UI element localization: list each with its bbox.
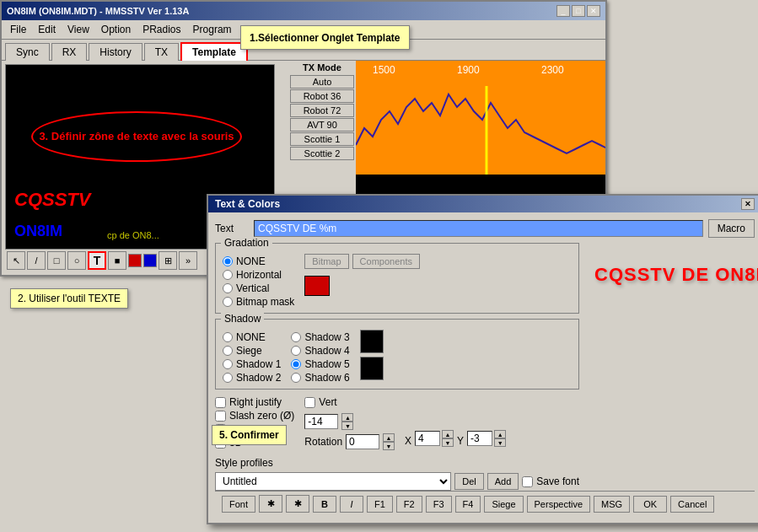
radio-vertical[interactable] [223,283,233,293]
asterisk2-button[interactable]: ✱ [286,495,309,513]
asterisk1-button[interactable]: ✱ [259,495,282,513]
maximize-button[interactable]: □ [572,5,585,17]
menu-option[interactable]: Option [96,22,136,37]
f4-button[interactable]: F4 [455,496,481,513]
x-input[interactable] [415,431,440,446]
f3-button[interactable]: F3 [426,496,452,513]
slash-zero-check[interactable] [215,411,226,422]
shadow-6-label: Shadow 6 [304,372,349,384]
right-justify-label: Right justify [229,396,282,408]
dialog-close-btn[interactable]: ✕ [741,198,755,210]
tx-mode-robot72[interactable]: Robot 72 [290,104,354,117]
text-label: Text [215,223,249,234]
title-bar: ON8IM (ON8IM.MDT) - MMSSTV Ver 1.13A _ □… [2,2,605,20]
value-field[interactable] [304,414,338,429]
bitmap-button[interactable]: Bitmap [304,254,348,269]
shadow-2[interactable] [223,373,233,383]
rotation-up[interactable]: ▲ [383,433,395,442]
close-button[interactable]: ✕ [587,5,600,17]
step1-tooltip: 1.Sélectionner Onglet Template [240,25,410,50]
shadow-4-row: Shadow 4 [291,345,349,357]
components-button[interactable]: Components [352,254,420,269]
x-down[interactable]: ▼ [442,438,454,447]
shadow-swatches [360,330,384,385]
shadow-swatch-1[interactable] [360,330,384,353]
shadow-right-col: Shadow 3 Shadow 4 Shadow 5 [291,330,349,385]
toolbar-fill-btn[interactable]: ■ [108,251,126,270]
toolbar-color1-btn[interactable] [128,254,142,267]
shadow-none[interactable] [223,332,233,342]
shadow-swatch-2[interactable] [360,357,384,380]
toolbar-text-btn[interactable]: T [88,251,106,270]
value-field-row: ▲ ▼ [304,413,395,430]
radio-bitmap[interactable] [223,297,233,307]
tab-history[interactable]: History [89,43,142,61]
y-down[interactable]: ▼ [494,438,506,447]
tx-mode-auto[interactable]: Auto [290,75,354,89]
x-up[interactable]: ▲ [442,430,454,438]
tab-rx[interactable]: RX [51,43,88,61]
f1-button[interactable]: F1 [367,496,393,513]
del-button[interactable]: Del [454,473,484,490]
shadow-1[interactable] [223,359,233,369]
radio-horizontal[interactable] [223,270,233,280]
add-button[interactable]: Add [487,473,519,490]
shadow-4[interactable] [291,346,301,356]
x-label: X [405,435,411,447]
shadow-5[interactable] [291,359,301,369]
radio-none-label: NONE [236,255,266,267]
value-up[interactable]: ▲ [341,413,353,422]
vert-check[interactable] [304,397,315,408]
menu-pradios[interactable]: PRadios [137,22,185,37]
slash-zero-row: Slash zero (Ø) [215,410,294,422]
toolbar-ellipse-btn[interactable]: ○ [67,251,86,270]
minimize-button[interactable]: _ [556,5,570,17]
y-input[interactable] [467,431,492,446]
style-dropdown[interactable]: Untitled [215,472,451,491]
tx-mode-avt90[interactable]: AVT 90 [290,118,354,132]
toolbar-rect-btn[interactable]: □ [47,251,66,270]
siege-button[interactable]: Siege [484,496,523,513]
right-justify-check[interactable] [215,397,226,408]
tx-mode-robot36[interactable]: Robot 36 [290,89,354,103]
menu-program[interactable]: Program [188,22,237,37]
toolbar-grid-btn[interactable]: ⊞ [159,251,177,270]
rotation-down[interactable]: ▼ [383,442,395,450]
menu-view[interactable]: View [62,22,94,37]
color-swatch[interactable] [304,276,330,296]
menu-file[interactable]: File [5,22,31,37]
shadow-6[interactable] [291,373,301,383]
tab-template[interactable]: Template [180,42,248,61]
perspective-button[interactable]: Perspective [527,496,590,513]
font-button[interactable]: Font [222,496,255,513]
y-up[interactable]: ▲ [494,430,506,438]
radio-none[interactable] [223,256,233,266]
value-down[interactable]: ▼ [341,422,353,430]
cancel-button[interactable]: Cancel [670,496,714,513]
msg-button[interactable]: MSG [594,496,630,513]
toolbar-line-btn[interactable]: / [27,251,46,270]
svg-text:1500: 1500 [373,64,395,76]
tx-mode-scottie1[interactable]: Scottie 1 [290,132,354,146]
shadow-siege[interactable] [223,346,233,356]
macro-button[interactable]: Macro [708,219,755,238]
toolbar-more-btn[interactable]: » [179,251,197,270]
bold-button[interactable]: B [313,496,336,513]
ok-button[interactable]: OK [633,496,667,513]
menu-edit[interactable]: Edit [33,22,61,37]
tab-sync[interactable]: Sync [5,43,50,61]
f2-button[interactable]: F2 [396,496,422,513]
save-font-check[interactable] [522,476,533,487]
italic-button[interactable]: I [340,496,363,513]
toolbar-select-btn[interactable]: ↖ [7,251,25,270]
text-input[interactable] [254,220,703,237]
tx-mode-scottie2[interactable]: Scottie 2 [290,147,354,160]
step2-label: 2. Utiliser l'outil TEXTE [18,293,121,304]
dialog-body: Text Macro Gradation NONE [208,212,758,523]
shadow-3[interactable] [291,332,301,342]
slash-zero-label: Slash zero (Ø) [229,410,294,422]
tab-tx[interactable]: TX [144,43,179,61]
rotation-input[interactable] [346,434,379,449]
step2-tooltip: 2. Utiliser l'outil TEXTE [10,288,128,309]
toolbar-color2-btn[interactable] [143,254,157,267]
